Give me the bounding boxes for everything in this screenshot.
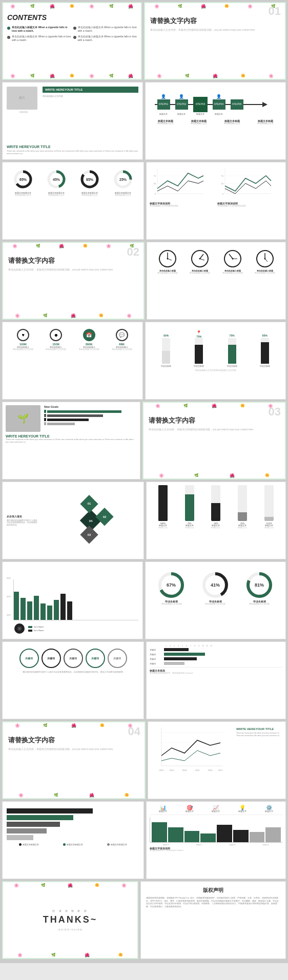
dot-2: [73, 27, 76, 30]
gantt-footer-sub: 单击此处添加说明文字，单击此处添加 Composer: [150, 672, 282, 675]
prog-label-1: 毕业生标准: [161, 365, 171, 367]
prog-item-2: 📍 75% 毕业生标准: [194, 330, 204, 367]
donut3-svg-3: 81%: [245, 571, 274, 599]
row-4: 🌸🌿🌺🌼🌸🌿 🌸🌿🌺🌼🌸 02 请替换文字内容 单击此处输入正文内容，本版本已经…: [2, 242, 286, 320]
bat-sub-2: 单击输入正文: [180, 527, 198, 529]
goal-bar-fill-2: [47, 414, 103, 417]
svg-text:👤: 👤: [216, 94, 221, 99]
svg-text:75: 75: [154, 175, 156, 177]
donut-sub-1: 单击此处输入正文: [13, 194, 33, 196]
horiz-bars-container: [7, 806, 139, 840]
item3-main: 单击此处输入标题文本 When a cigarette falls in lov…: [12, 35, 71, 42]
svg-text:04: 04: [89, 519, 92, 523]
battery-3: 50% 标题文本 单击输入正文: [207, 485, 225, 529]
detail-chart-area: 2012 2013 2014 2015 2016 2017: [151, 725, 234, 796]
donut-item-1: 65% 标题文本标题文本 单击此处输入正文: [13, 169, 33, 196]
goals-write-title: WRITE HEREYOUR TITLE: [6, 434, 137, 438]
slide-progress-bars: 50% 毕业生标准 📍 75% 毕业生标准 75%: [145, 322, 286, 400]
slide-horiz-bars: 标题文本标题文本 标题文本标题文本 标题文本标题文本: [2, 801, 144, 879]
row-11: 标题文本标题文本 标题文本标题文本 标题文本标题文本 📊 标题文字: [2, 801, 286, 879]
gantt-x-7: 7: [189, 645, 193, 647]
prog-bar-fill-2: [195, 345, 203, 364]
prog-label-2: 毕业生标准: [194, 365, 204, 367]
line-svg-right: 0 50 75: [217, 165, 274, 201]
clock-sub-1: 单击此处输入正文内容: [155, 272, 180, 274]
combo-bar-8: [265, 827, 281, 842]
page-wrapper: 🌸🌿🌺🌼🌸🌿🌺 🌸🌿🌺🌼🌸🌿🌺 CONTENTS 单击此处输入标题文本 When…: [0, 0, 288, 963]
svg-text:标题文本: 标题文本: [159, 113, 168, 115]
gantt-row-label-3: 关键词: [150, 658, 164, 660]
svg-marker-1: [262, 102, 268, 107]
gantt-bar-1: [164, 648, 189, 651]
combo-bar-3: [184, 831, 200, 842]
chart-bottom: Item Name Item Name: [13, 622, 138, 635]
donut3-sub-2: 单击此处输入正文内容: [201, 603, 230, 605]
svg-text:2017: 2017: [218, 769, 223, 772]
bar-6: [47, 606, 52, 620]
prog-bar-bg-3: [228, 338, 236, 364]
svg-line-55: [229, 254, 233, 259]
bat-fill-3: [211, 503, 220, 521]
clock-sub-2: 单击此处输入正文内容: [187, 272, 213, 274]
goal-bar-3: [44, 418, 137, 421]
hbar-1: [7, 808, 139, 814]
hbar-leg-label-2: 标题文本标题文本: [67, 843, 83, 846]
hbar-leg-label-1: 标题文本标题文本: [23, 843, 39, 846]
combo-label-4: 标题文字: [238, 810, 246, 812]
gantt-footer: 标题文本添加 单击此处添加说明文字，单击此处添加 Composer: [150, 667, 282, 675]
row-2: 图片 标题标题 WRITE HEREYOUR TITLE 单击此处输入正文内容 …: [2, 82, 286, 160]
svg-text:👤: 👤: [179, 94, 184, 99]
green-title-box: WRITE HEREYOUR TITLE: [43, 87, 138, 93]
svg-line-52: [200, 259, 204, 260]
tags-sub: 通过项目的实施将学员的个人成长与企业发展紧密结合，以实现项目实施前后有对比，量化…: [7, 671, 139, 674]
prog-item-1: 50% 毕业生标准: [161, 334, 171, 367]
donut-sub-4: 单击此处输入正文: [113, 194, 133, 196]
prog-bar-fill-1: [162, 351, 170, 364]
donut-item-2: 45% 标题文本标题文本 单击此处输入正文: [46, 169, 67, 196]
icon-bar-i5: ⚙️ 标题文字: [265, 805, 273, 812]
subtitle-03: 单击此处输入正文内容，本版本已经做到自动排版功能，you just need t…: [149, 428, 280, 432]
hbar-5: [7, 835, 139, 840]
hbar-2: [7, 815, 139, 820]
svg-text:STEP03: STEP03: [196, 102, 205, 106]
dot-3: [7, 36, 10, 39]
svg-text:45%: 45%: [53, 178, 60, 181]
arrow-svg: STEP01 STEP02 STEP03 STEP04 STEP05 标题文本 …: [150, 92, 273, 117]
svg-text:👤: 👤: [161, 94, 166, 99]
y-label-2: 40%: [7, 595, 11, 598]
icon-circle-2: ☻: [50, 329, 62, 341]
slide-battery-bars: 100% 标题文本 单击输入正文 75% 标题文本 单击输入正文: [146, 482, 286, 559]
slide-title-02: 🌸🌿🌺🌼🌸🌿 🌸🌿🌺🌼🌸 02 请替换文字内容 单击此处输入正文内容，本版本已经…: [2, 242, 145, 320]
line-chart-right: 0 50 75 标题文字添加说明 单击此处输入正文内容单击此处: [217, 165, 282, 207]
diamond-main-label: 步步深入落实: [7, 515, 37, 518]
legend-label-2: Item Name: [34, 629, 44, 632]
combo-y-4: 标题文字: [263, 844, 269, 846]
slide-line-charts: 0 50 75 标题文字添加说明 单击此处输入正文内容单击此处: [146, 162, 286, 240]
detail-text: WRITE HEREYOUR TITLE There are moments i…: [236, 725, 282, 796]
slide-line-detailed: 2012 2013 2014 2015 2016 2017 WRITE HERE…: [148, 721, 286, 799]
gantt-row-4: 关键词: [150, 662, 282, 665]
detail-text-body: There are moments in life when you miss …: [236, 732, 282, 737]
hbar-leg-dot-3: [107, 843, 110, 846]
y-label-1: 60%: [7, 577, 11, 579]
svg-text:81%: 81%: [255, 582, 264, 588]
hbar-fill-3: [7, 822, 60, 827]
bat-sub-3: 单击输入正文: [207, 527, 225, 529]
slide-photo-text: 图片 标题标题 WRITE HEREYOUR TITLE 单击此处输入正文内容 …: [2, 82, 143, 160]
svg-text:STEP02: STEP02: [177, 102, 187, 106]
icon-stat-4: 💬 88K 单击此处输入 单击此处输入正文内容: [110, 329, 133, 350]
slide-num-01: 01: [269, 6, 281, 17]
hbar-fill-1: [7, 808, 93, 814]
svg-text:67%: 67%: [167, 582, 176, 588]
vinyl-icon: [13, 622, 26, 635]
clock-item-4: 单击此处输入标题 单击此处输入正文内容: [252, 249, 278, 274]
bar-7: [54, 600, 59, 620]
clock-sub-4: 单击此处输入正文内容: [252, 272, 278, 274]
thanks-en: THANKS~: [43, 914, 98, 925]
row-7: 步步深入落实 通过项目的实施将学员的个人成长与企业发展紧密结合，以实现项目前后有…: [2, 482, 286, 559]
combo-bars: [150, 817, 282, 843]
bat-fill-1: [158, 485, 168, 521]
goal-bar-fill-4: [47, 423, 75, 425]
icon-bar-i4: 💡 标题文字: [238, 805, 246, 812]
combo-icon-4: 💡: [238, 805, 246, 810]
